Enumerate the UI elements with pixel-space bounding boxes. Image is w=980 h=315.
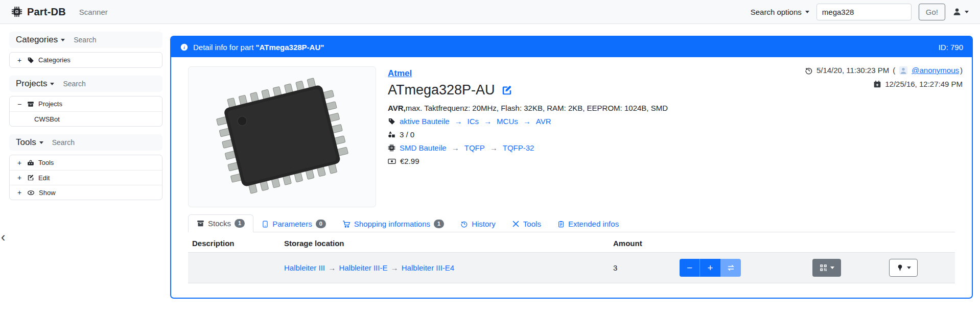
svg-text:i: i	[183, 45, 185, 50]
sidebar-collapse-toggle[interactable]: ‹	[1, 231, 5, 244]
qr-code-icon	[820, 264, 827, 272]
part-price: €2.99	[400, 157, 419, 165]
timestamps: 5/14/20, 11:30:23 PM ( @anonymous ) 12/2…	[805, 63, 963, 91]
col-actions	[675, 237, 808, 253]
tree-item-tools[interactable]: + Tools	[10, 155, 162, 170]
tree-item-edit[interactable]: + Edit	[10, 170, 162, 185]
categories-title: Categories	[16, 35, 58, 45]
projects-header: Projects	[9, 76, 162, 92]
created-row: 12/25/16, 12:27:49 PM	[805, 77, 963, 91]
microchip-icon	[388, 144, 395, 152]
caret-down-icon	[907, 266, 911, 269]
tab-label: Tools	[523, 220, 541, 228]
footprint-link[interactable]: TQFP	[464, 143, 485, 152]
footprint-link[interactable]: SMD Bauteile	[400, 143, 447, 152]
created-date: 12/25/16, 12:27:49 PM	[885, 80, 963, 88]
search-go-button[interactable]: Go!	[919, 4, 945, 20]
amount-summary: 3 / 0	[400, 130, 414, 139]
search-options-dropdown[interactable]: Search options	[751, 8, 809, 16]
tools-header: Tools	[9, 134, 162, 151]
microchip-logo-icon	[11, 6, 22, 17]
tools-tree: + Tools + Edit + Show	[9, 155, 162, 200]
eye-icon	[27, 189, 35, 197]
tab-history[interactable]: History	[452, 215, 504, 232]
box-icon	[197, 220, 204, 227]
category-link[interactable]: AVR	[536, 117, 551, 126]
category-link[interactable]: MCUs	[497, 117, 518, 126]
stock-row: Halbleiter III → Halbleiter III-E → Halb…	[188, 253, 955, 283]
tree-item-categories[interactable]: + Categories	[10, 53, 162, 67]
category-link[interactable]: ICs	[468, 117, 479, 126]
tab-stocks[interactable]: Stocks 1	[188, 214, 253, 232]
stock-description	[188, 253, 280, 283]
part-detail-card: i Detail info for part "ATmega328P-AU" I…	[170, 36, 973, 299]
scanner-link[interactable]: Scanner	[79, 8, 108, 16]
tree-expand-toggle[interactable]: +	[17, 188, 23, 197]
description-text: max. Taktfrequenz: 20MHz, Flash: 32KB, R…	[406, 104, 668, 112]
category-link[interactable]: aktive Bauteile	[400, 117, 450, 126]
tools-dropdown[interactable]: Tools	[16, 137, 43, 148]
tab-extended-infos[interactable]: Extended infos	[549, 215, 627, 232]
arrow-separator: →	[522, 117, 532, 126]
arrow-separator: →	[483, 117, 493, 126]
tab-label: Stocks	[208, 219, 231, 228]
storage-link[interactable]: Halbleiter III-E	[339, 263, 387, 272]
amount-button-group: − +	[680, 259, 741, 277]
tab-badge: 1	[434, 220, 444, 228]
tab-label: Parameters	[272, 220, 312, 228]
categories-header: Categories	[9, 32, 162, 48]
tree-item-projects[interactable]: − Projects	[10, 96, 162, 111]
history-icon	[460, 220, 468, 228]
decrease-amount-button[interactable]: −	[680, 259, 700, 277]
lamp-dropdown-button[interactable]	[889, 259, 918, 277]
pencil-square-icon	[501, 85, 512, 96]
user-menu-dropdown[interactable]	[952, 7, 969, 16]
archive-icon	[27, 101, 34, 108]
caret-down-icon	[805, 11, 809, 13]
tree-expand-toggle[interactable]: +	[17, 174, 23, 182]
edit-part-button[interactable]	[501, 85, 512, 96]
exchange-icon	[727, 263, 735, 272]
tree-expand-toggle[interactable]: +	[17, 159, 23, 167]
part-tabs: Stocks 1 Parameters 0 Shopping informati…	[188, 214, 955, 232]
projects-search-input[interactable]	[63, 80, 139, 88]
brand[interactable]: Part-DB	[11, 6, 66, 18]
tablet-icon	[262, 221, 269, 228]
global-search-input[interactable]	[816, 4, 912, 20]
history-icon	[805, 66, 813, 75]
caret-down-icon	[830, 266, 834, 269]
stock-table: Description Storage location Amount	[188, 237, 955, 283]
tree-collapse-toggle[interactable]: −	[17, 100, 23, 108]
tree-item-show[interactable]: + Show	[10, 185, 162, 200]
arrow-separator: →	[454, 117, 463, 126]
categories-search-input[interactable]	[74, 36, 150, 44]
tree-item-cwsbot[interactable]: CWSBot	[10, 111, 162, 126]
arrow-separator: →	[451, 143, 460, 152]
user-link[interactable]: @anonymous	[912, 66, 959, 75]
footprint-link[interactable]: TQFP-32	[503, 143, 534, 152]
increase-amount-button[interactable]: +	[700, 259, 720, 277]
tree-expand-toggle[interactable]: +	[17, 56, 23, 64]
tools-search-input[interactable]	[52, 138, 129, 147]
move-stock-button[interactable]	[720, 259, 741, 277]
storage-link[interactable]: Halbleiter III-E4	[402, 263, 454, 272]
page-layout: Categories + Categories Projects −	[0, 24, 980, 299]
tab-tools[interactable]: Tools	[504, 215, 549, 232]
arrow-separator: →	[489, 143, 499, 152]
storage-link[interactable]: Halbleiter III	[284, 263, 325, 272]
projects-dropdown[interactable]: Projects	[16, 79, 54, 89]
tab-label: Shopping informations	[354, 220, 430, 228]
tab-parameters[interactable]: Parameters 0	[253, 215, 334, 232]
label-dropdown-button[interactable]	[812, 259, 841, 277]
tab-shopping-informations[interactable]: Shopping informations 1	[334, 215, 452, 232]
table-header-row: Description Storage location Amount	[188, 237, 955, 253]
stock-misc-cell	[885, 253, 955, 283]
tree-item-label: CWSBot	[34, 115, 60, 123]
chip-photo	[198, 73, 366, 201]
stock-amount: 3	[609, 253, 675, 283]
manufacturer-link[interactable]: Atmel	[388, 68, 412, 79]
categories-dropdown[interactable]: Categories	[16, 35, 65, 45]
part-image[interactable]	[188, 66, 376, 207]
clipboard-list-icon	[557, 221, 565, 228]
search-options-label: Search options	[751, 8, 802, 16]
